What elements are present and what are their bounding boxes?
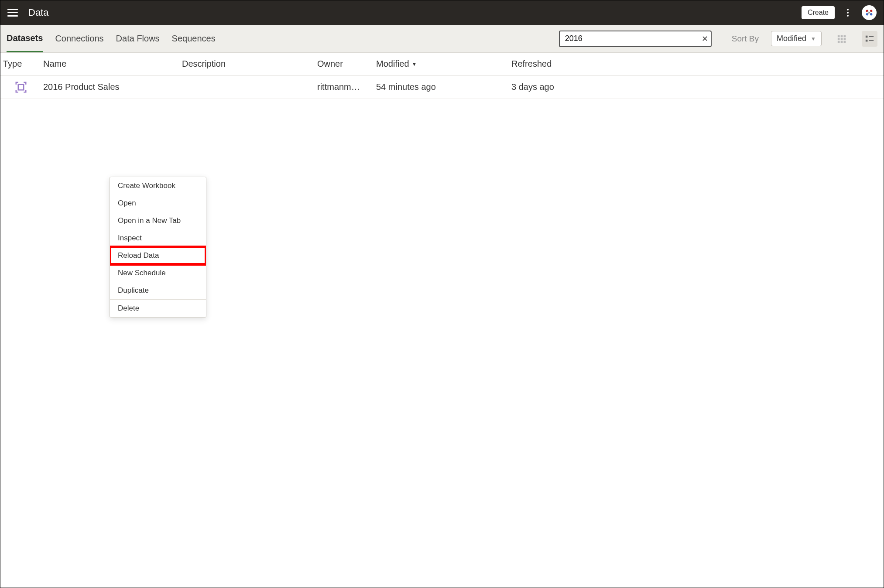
col-header-owner[interactable]: Owner xyxy=(317,59,376,69)
kebab-menu-icon[interactable] xyxy=(843,7,853,18)
ctx-create-workbook[interactable]: Create Workbook xyxy=(110,177,206,195)
content-area: 2016 Product Sales rittmanm… 54 minutes … xyxy=(0,75,884,588)
grid-view-button[interactable] xyxy=(834,31,850,47)
context-menu: Create Workbook Open Open in a New Tab I… xyxy=(110,177,206,318)
tab-connections[interactable]: Connections xyxy=(55,25,103,52)
dataset-icon xyxy=(14,81,27,94)
svg-rect-19 xyxy=(18,84,24,90)
svg-rect-11 xyxy=(844,38,846,40)
ctx-reload-data[interactable]: Reload Data xyxy=(110,247,206,264)
row-owner: rittmanm… xyxy=(317,82,376,92)
svg-rect-8 xyxy=(844,35,846,37)
search-field-wrapper: ✕ xyxy=(559,31,712,47)
ctx-open[interactable]: Open xyxy=(110,195,206,212)
grid-icon xyxy=(837,34,846,44)
svg-rect-7 xyxy=(841,35,843,37)
clear-search-icon[interactable]: ✕ xyxy=(702,34,708,44)
col-header-refreshed[interactable]: Refreshed xyxy=(511,59,881,69)
ctx-new-schedule[interactable]: New Schedule xyxy=(110,264,206,282)
row-refreshed: 3 days ago xyxy=(511,82,881,92)
create-button[interactable]: Create xyxy=(802,6,835,19)
tabs: Datasets Connections Data Flows Sequence… xyxy=(7,25,216,52)
sort-by-label: Sort By xyxy=(732,34,759,44)
row-name: 2016 Product Sales xyxy=(43,82,182,92)
sort-desc-icon: ▼ xyxy=(412,61,417,67)
sort-select[interactable]: Modified ▼ xyxy=(771,31,822,46)
row-modified: 54 minutes ago xyxy=(376,82,511,92)
chevron-down-icon: ▼ xyxy=(811,36,816,42)
ctx-inspect[interactable]: Inspect xyxy=(110,229,206,247)
hamburger-icon[interactable] xyxy=(7,7,20,19)
svg-rect-15 xyxy=(866,35,868,38)
search-input[interactable] xyxy=(559,31,712,47)
col-header-modified[interactable]: Modified ▼ xyxy=(376,59,511,69)
list-view-button[interactable] xyxy=(862,31,877,47)
tab-sequences[interactable]: Sequences xyxy=(172,25,216,52)
col-header-description[interactable]: Description xyxy=(182,59,317,69)
svg-rect-9 xyxy=(838,38,840,40)
tab-datasets[interactable]: Datasets xyxy=(7,25,43,52)
svg-rect-6 xyxy=(838,35,840,37)
table-row[interactable]: 2016 Product Sales rittmanm… 54 minutes … xyxy=(0,75,884,99)
svg-rect-14 xyxy=(844,41,846,43)
ctx-duplicate[interactable]: Duplicate xyxy=(110,282,206,299)
svg-rect-12 xyxy=(838,41,840,43)
avatar[interactable] xyxy=(862,5,877,20)
svg-rect-16 xyxy=(869,36,874,37)
col-header-type[interactable]: Type xyxy=(3,59,43,69)
col-header-modified-label: Modified xyxy=(376,59,409,69)
svg-rect-13 xyxy=(841,41,843,43)
ctx-open-new-tab[interactable]: Open in a New Tab xyxy=(110,212,206,229)
sort-select-value: Modified xyxy=(777,34,806,43)
ctx-delete[interactable]: Delete xyxy=(110,300,206,317)
svg-rect-10 xyxy=(841,38,843,40)
avatar-logo-icon xyxy=(864,8,874,17)
list-icon xyxy=(865,34,874,44)
col-header-name[interactable]: Name xyxy=(43,59,182,69)
svg-rect-17 xyxy=(866,39,868,41)
page-title: Data xyxy=(28,7,802,18)
column-headers: Type Name Description Owner Modified ▼ R… xyxy=(0,53,884,75)
svg-rect-18 xyxy=(869,40,874,41)
tabs-toolbar: Datasets Connections Data Flows Sequence… xyxy=(0,25,884,53)
tab-data-flows[interactable]: Data Flows xyxy=(116,25,160,52)
app-header: Data Create xyxy=(0,0,884,25)
